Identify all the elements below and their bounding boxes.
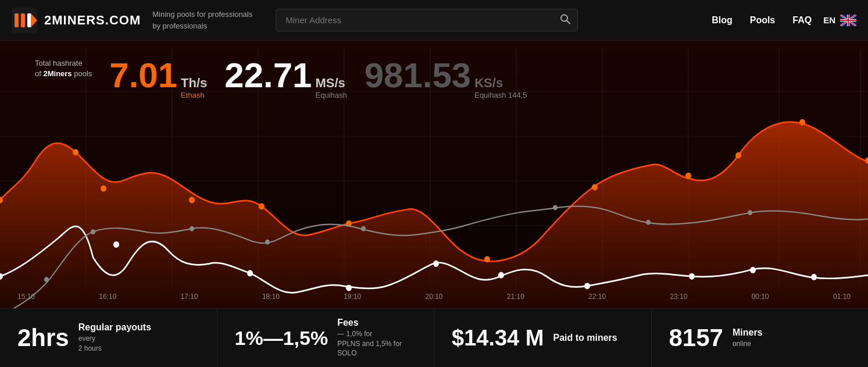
equihash144-unit: KS/s — [474, 76, 503, 91]
time-label-10: 01:10 — [833, 293, 851, 301]
logo-text: 2MINERS.COM — [44, 13, 141, 28]
nav-faq[interactable]: FAQ — [792, 15, 812, 26]
time-label-4: 19:10 — [344, 293, 361, 301]
ethash-value: 7.01 — [109, 58, 177, 93]
stat-equihash144: 981.53 KS/s Equihash 144,5 — [365, 58, 527, 99]
fees-big-num: 1%—1,5% — [235, 327, 328, 350]
svg-point-45 — [113, 241, 119, 248]
payouts-desc: every2 hours — [78, 334, 151, 354]
svg-point-59 — [553, 205, 558, 211]
tagline: Mining pools for professionals by profes… — [152, 9, 252, 31]
footer-stat-payouts: 2hrs Regular payouts every2 hours — [0, 309, 217, 367]
nav-blog[interactable]: Blog — [712, 15, 733, 26]
chart-container: Total hashrate of 2Miners pools 7.01 Th/… — [0, 41, 868, 308]
miners-desc: online — [733, 339, 763, 349]
chart-label-block: Total hashrate of 2Miners pools — [35, 58, 92, 79]
svg-point-35 — [189, 197, 195, 203]
svg-point-34 — [101, 186, 106, 192]
flag-icon — [840, 15, 856, 26]
svg-point-46 — [247, 270, 253, 276]
ethash-unit: Th/s — [181, 76, 207, 91]
svg-point-56 — [190, 226, 194, 231]
svg-rect-2 — [21, 13, 25, 27]
nav-pools[interactable]: Pools — [750, 15, 776, 26]
time-axis: 15:10 16:10 17:10 18:10 19:10 20:10 21:1… — [0, 285, 868, 308]
equihash-sub: Equihash — [315, 91, 347, 99]
chart-label-desc: Total hashrate of 2Miners pools — [35, 58, 92, 79]
svg-point-52 — [750, 267, 756, 273]
logo-icon — [12, 8, 37, 33]
time-label-7: 22:10 — [588, 293, 606, 301]
footer-stat-miners: 8157 Miners online — [652, 309, 869, 367]
svg-point-48 — [433, 261, 439, 267]
time-label-3: 18:10 — [262, 293, 280, 301]
svg-point-61 — [748, 210, 752, 215]
ethash-sub: Ethash — [181, 91, 204, 99]
time-labels: 15:10 16:10 17:10 18:10 19:10 20:10 21:1… — [0, 293, 868, 301]
svg-point-33 — [73, 149, 78, 155]
language-selector[interactable]: EN — [823, 15, 856, 26]
equihash-unit: MS/s — [315, 76, 345, 91]
time-label-5: 20:10 — [425, 293, 442, 301]
logo-area: 2MINERS.COM — [12, 8, 141, 33]
svg-point-40 — [685, 173, 691, 179]
time-label-0: 15:10 — [17, 293, 35, 301]
time-label-6: 21:10 — [507, 293, 524, 301]
search-area — [276, 9, 578, 31]
svg-rect-1 — [15, 13, 19, 27]
svg-line-6 — [567, 20, 570, 23]
svg-point-51 — [689, 273, 695, 280]
svg-point-39 — [592, 184, 598, 190]
payouts-title: Regular payouts — [78, 322, 151, 333]
miners-big-num: 8157 — [669, 324, 723, 352]
time-label-2: 17:10 — [181, 293, 198, 301]
chart-overlay: Total hashrate of 2Miners pools 7.01 Th/… — [35, 58, 545, 99]
svg-rect-3 — [27, 13, 31, 27]
svg-point-41 — [735, 152, 741, 159]
stat-equihash: 22.71 MS/s Equihash — [224, 58, 347, 99]
footer-stat-fees: 1%—1,5% Fees — 1,0% forPPLNS and 1,5% fo… — [217, 309, 435, 367]
search-input[interactable] — [276, 9, 578, 31]
miners-title: Miners — [733, 327, 763, 338]
time-label-8: 23:10 — [670, 293, 687, 301]
search-icon — [559, 13, 571, 24]
svg-rect-15 — [840, 20, 856, 21]
fees-desc: — 1,0% forPPLNS and 1,5% forSOLO — [337, 329, 402, 358]
svg-point-54 — [44, 277, 49, 282]
footer-stats: 2hrs Regular payouts every2 hours 1%—1,5… — [0, 308, 868, 367]
svg-point-38 — [484, 256, 490, 262]
fees-title: Fees — [337, 318, 402, 328]
svg-point-55 — [91, 229, 95, 234]
equihash144-value: 981.53 — [365, 58, 471, 93]
nav-links: Blog Pools FAQ — [712, 15, 812, 26]
stat-ethash: 7.01 Th/s Ethash — [109, 58, 207, 99]
svg-point-57 — [265, 240, 270, 245]
equihash-value: 22.71 — [224, 58, 312, 93]
search-button[interactable] — [559, 13, 571, 27]
header: 2MINERS.COM Mining pools for professiona… — [0, 0, 868, 41]
time-label-9: 00:10 — [752, 293, 769, 301]
svg-point-36 — [259, 203, 265, 209]
time-label-1: 16:10 — [99, 293, 116, 301]
paid-big-num: $14.34 M — [452, 326, 544, 351]
equihash144-sub: Equihash 144,5 — [474, 91, 527, 99]
svg-point-60 — [646, 220, 651, 225]
paid-title: Paid to miners — [553, 333, 617, 343]
svg-point-53 — [811, 274, 817, 280]
svg-point-49 — [498, 272, 504, 279]
footer-stat-paid: $14.34 M Paid to miners — [434, 309, 652, 367]
svg-point-58 — [361, 226, 366, 231]
payouts-big-num: 2hrs — [17, 324, 69, 352]
svg-point-42 — [799, 119, 805, 126]
